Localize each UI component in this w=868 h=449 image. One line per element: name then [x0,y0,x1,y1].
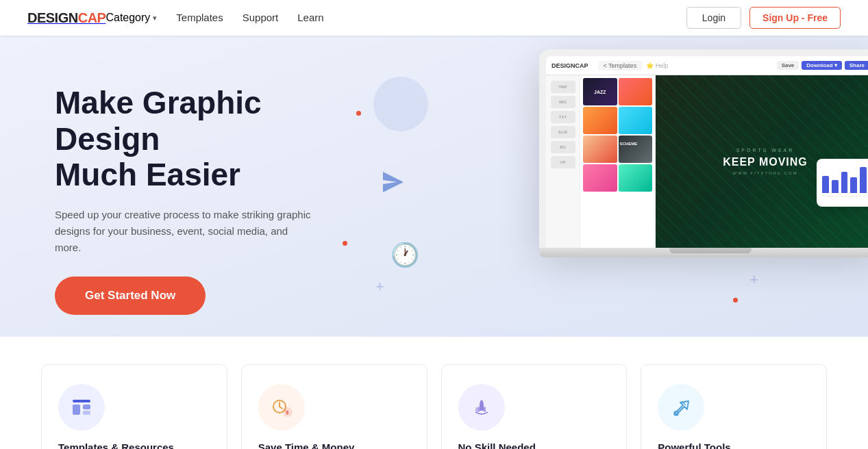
svg-marker-0 [383,172,404,192]
login-button[interactable]: Login [686,7,741,29]
nav-actions: Login Sign Up - Free [686,7,841,29]
sidebar-item: UP [551,156,575,168]
svg-rect-11 [484,407,486,412]
hero-section: + + ⚙ 🕐 Make Graphic Design Much Easier … [0,36,868,337]
sidebar-item: TXT [551,111,575,123]
nav-links: Category Templates Support Learn [106,12,686,24]
circle-decoration-1 [373,77,428,131]
clock-money-icon: $ [270,396,293,419]
feature-title: No Skill Needed [458,441,610,449]
template-thumbnail [619,164,653,192]
tools-icon [669,396,693,419]
dot-decoration-4 [733,298,738,303]
svg-rect-1 [73,400,90,402]
hero-mockup: DESIGNCAP < Templates ⭐ Help Save Downlo… [539,49,868,257]
hero-text: Make Graphic Design Much Easier Speed up… [55,85,343,316]
feature-title: Save Time & Money [258,441,410,449]
mockup-canvas: SPORTS WEAR KEEP MOVING WWW.FITSTORE.COM [656,75,868,248]
svg-rect-3 [83,405,90,409]
nav-support[interactable]: Support [243,12,279,24]
hand-icon [470,396,493,419]
feature-card-time: $ Save Time & Money Create designs that … [241,364,427,449]
sidebar-item: BG [551,141,575,153]
feature-icon-wrap [458,384,505,431]
mockup-sidebar: TMP IMG TXT ELM BG UP [546,75,580,248]
mockup-body: TMP IMG TXT ELM BG UP JAZZ [546,75,868,248]
sidebar-item: TMP [551,81,575,93]
feature-icon-wrap [658,384,704,431]
get-started-button[interactable]: Get Started Now [55,277,206,315]
chart-bar [850,177,857,193]
template-thumbnail [583,164,617,192]
nav-templates[interactable]: Templates [176,12,223,24]
svg-rect-12 [475,407,478,412]
feature-card-templates: Templates & Resources Get access to coun… [41,364,227,449]
feature-title: Powerful Tools [658,441,810,449]
template-thumbnail: SCHEME [619,136,653,163]
laptop-screen: DESIGNCAP < Templates ⭐ Help Save Downlo… [546,56,868,248]
cross-decoration-2: + [749,271,758,289]
dot-decoration-1 [356,111,361,116]
nav-category[interactable]: Category [106,12,157,24]
sidebar-item: IMG [551,96,575,108]
features-section: Templates & Resources Get access to coun… [0,337,868,449]
feature-title: Templates & Resources [58,441,210,449]
template-thumbnail [619,107,653,134]
feature-card-tools: Powerful Tools Simple yet powerful editi… [641,364,827,449]
sidebar-item: ELM [551,126,575,138]
template-thumbnail [583,136,617,163]
svg-rect-4 [83,411,90,415]
svg-line-7 [280,407,282,409]
laptop-base [539,248,868,257]
templates-icon [70,396,93,419]
svg-text:$: $ [286,409,289,415]
mockup-templates-panel: JAZZ SCHEME [580,75,656,248]
mockup-topbar: DESIGNCAP < Templates ⭐ Help Save Downlo… [546,56,868,75]
chart-bar [822,176,829,193]
chart-bar [841,172,848,194]
hero-subtitle: Speed up your creative process to make s… [55,207,315,256]
svg-rect-2 [73,405,80,415]
navbar: DESIGNCAP Category Templates Support Lea… [0,0,868,36]
hero-title: Make Graphic Design Much Easier [55,85,343,194]
mockup-main: JAZZ SCHEME [580,75,868,248]
paper-plane-icon [380,169,406,198]
chart-bars [822,164,868,193]
template-thumbnail [583,107,617,134]
feature-icon-wrap [58,384,105,431]
feature-icon-wrap: $ [258,384,305,431]
template-thumbnail: JAZZ [583,78,617,105]
chart-bar [860,167,867,193]
cross-decoration-1: + [375,278,384,296]
chart-baseline [822,196,868,196]
feature-card-skill: No Skill Needed Everyone can design like… [441,364,628,449]
laptop-stand [669,248,752,253]
signup-button[interactable]: Sign Up - Free [749,7,841,29]
template-thumbnail [619,78,653,105]
nav-learn[interactable]: Learn [297,12,323,24]
chart-bar [832,180,839,193]
svg-rect-10 [478,407,480,412]
floating-chart [817,159,868,207]
laptop-shell: DESIGNCAP < Templates ⭐ Help Save Downlo… [539,49,868,248]
dot-decoration-2 [343,241,347,246]
clock-icon: 🕐 [390,241,418,268]
logo[interactable]: DESIGNCAP [27,10,106,26]
